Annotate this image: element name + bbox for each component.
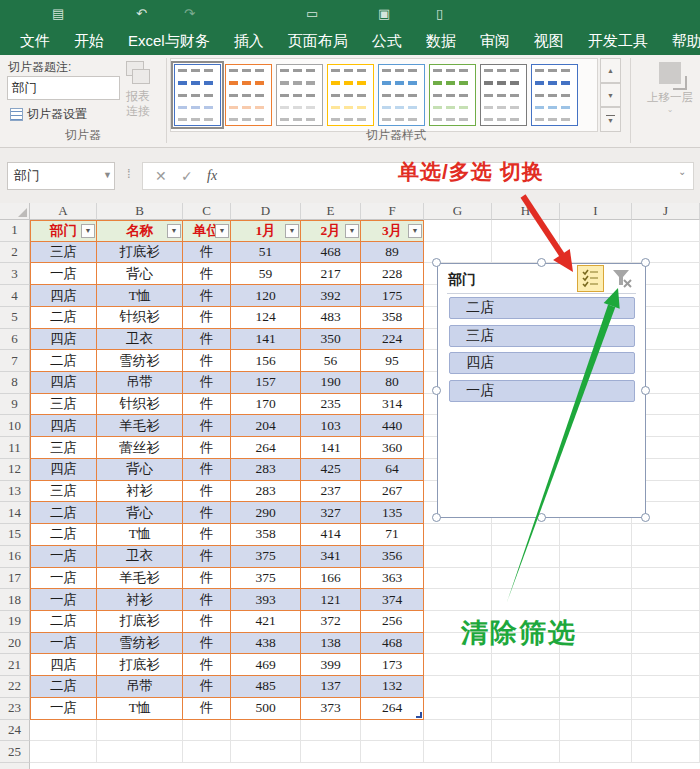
table-cell[interactable]: 三店 [30, 394, 97, 416]
column-header-E[interactable]: E [301, 203, 361, 220]
gallery-scroll-up-button[interactable]: ▲ [600, 58, 621, 83]
cell[interactable] [301, 720, 361, 742]
cell[interactable] [632, 589, 700, 611]
table-cell[interactable]: 95 [361, 350, 424, 372]
table-cell[interactable]: 四店 [30, 372, 97, 394]
cell[interactable] [492, 546, 560, 568]
row-header-21[interactable]: 21 [0, 654, 30, 676]
table-cell[interactable]: 一店 [30, 589, 97, 611]
table-cell[interactable]: 雪纺衫 [97, 350, 183, 372]
table-cell[interactable]: 件 [183, 633, 231, 655]
row-header-1[interactable]: 1 [0, 220, 30, 242]
cell[interactable] [632, 546, 700, 568]
cell[interactable] [492, 698, 560, 720]
ribbon-tab[interactable]: 审阅 [468, 27, 522, 55]
filter-dropdown-icon[interactable]: ▼ [215, 224, 229, 238]
cell[interactable] [632, 568, 700, 590]
table-cell[interactable]: 件 [183, 654, 231, 676]
document-icon[interactable]: ▯ [436, 0, 443, 27]
table-cell[interactable]: 341 [301, 546, 361, 568]
table-cell[interactable]: 针织衫 [97, 394, 183, 416]
table-cell[interactable]: 吊带 [97, 676, 183, 698]
table-cell[interactable]: 393 [231, 589, 301, 611]
table-cell[interactable]: 一店 [30, 568, 97, 590]
slicer-style-blue-selected[interactable] [174, 64, 221, 126]
table-cell[interactable]: 358 [361, 307, 424, 329]
table-cell[interactable]: 三店 [30, 242, 97, 264]
table-cell[interactable]: 267 [361, 481, 424, 503]
cell[interactable] [632, 698, 700, 720]
insert-function-icon[interactable]: fx [207, 163, 217, 189]
slicer-item-一店[interactable]: 一店 [449, 380, 635, 402]
cell[interactable] [492, 220, 560, 242]
table-cell[interactable]: 59 [231, 263, 301, 285]
resize-handle[interactable] [432, 513, 441, 522]
table-cell[interactable]: 170 [231, 394, 301, 416]
table-cell[interactable]: 121 [301, 589, 361, 611]
cell[interactable] [301, 741, 361, 763]
row-header-12[interactable]: 12 [0, 459, 30, 481]
table-cell[interactable]: 件 [183, 372, 231, 394]
table-cell[interactable]: 375 [231, 546, 301, 568]
table-cell[interactable]: 363 [361, 568, 424, 590]
table-cell[interactable]: 80 [361, 372, 424, 394]
table-cell[interactable]: 237 [301, 481, 361, 503]
table-cell[interactable]: 件 [183, 263, 231, 285]
table-cell[interactable]: 217 [301, 263, 361, 285]
cell[interactable] [424, 698, 492, 720]
table-cell[interactable]: 358 [231, 524, 301, 546]
table-cell[interactable]: 背心 [97, 263, 183, 285]
row-header-4[interactable]: 4 [0, 285, 30, 307]
table-cell[interactable]: 356 [361, 546, 424, 568]
table-cell[interactable]: 166 [301, 568, 361, 590]
cell[interactable] [424, 220, 492, 242]
table-cell[interactable]: 二店 [30, 350, 97, 372]
cell[interactable] [424, 546, 492, 568]
ribbon-tab[interactable]: 文件 [8, 27, 62, 55]
row-header-26[interactable] [0, 763, 30, 769]
row-header-23[interactable]: 23 [0, 698, 30, 720]
row-header-9[interactable]: 9 [0, 394, 30, 416]
formula-bar-expand-icon[interactable]: ⌄ [678, 166, 686, 177]
ribbon-tab[interactable]: 数据 [414, 27, 468, 55]
column-header-F[interactable]: F [361, 203, 424, 220]
table-cell[interactable]: 327 [301, 502, 361, 524]
table-cell[interactable]: 314 [361, 394, 424, 416]
slicer-style-yellow[interactable] [327, 64, 374, 126]
slicer-item-三店[interactable]: 三店 [449, 325, 635, 347]
table-cell[interactable]: T恤 [97, 698, 183, 720]
table-cell[interactable]: 256 [361, 611, 424, 633]
table-cell[interactable]: 衬衫 [97, 589, 183, 611]
table-cell[interactable]: 件 [183, 394, 231, 416]
cell[interactable] [97, 720, 183, 742]
table-cell[interactable]: 483 [301, 307, 361, 329]
table-cell[interactable]: 件 [183, 611, 231, 633]
table-cell[interactable]: 141 [231, 329, 301, 351]
table-cell[interactable]: 135 [361, 502, 424, 524]
table-cell[interactable]: 132 [361, 676, 424, 698]
column-header-G[interactable]: G [424, 203, 492, 220]
cell[interactable] [424, 654, 492, 676]
cell[interactable] [492, 676, 560, 698]
table-cell[interactable]: 392 [301, 285, 361, 307]
row-header-18[interactable]: 18 [0, 589, 30, 611]
cell[interactable] [632, 720, 700, 742]
cell[interactable] [560, 654, 632, 676]
cell[interactable] [361, 741, 424, 763]
cell[interactable] [492, 242, 560, 264]
slicer-style-dark-gray[interactable] [480, 64, 527, 126]
table-cell[interactable]: 235 [301, 394, 361, 416]
table-cell[interactable]: 件 [183, 589, 231, 611]
slicer-item-二店[interactable]: 二店 [449, 297, 635, 319]
slicer-department[interactable]: 部门 二店三店四店一店 [437, 263, 646, 518]
table-cell[interactable]: 三店 [30, 481, 97, 503]
table-cell[interactable]: 二店 [30, 676, 97, 698]
table-cell[interactable]: 71 [361, 524, 424, 546]
table-cell[interactable]: T恤 [97, 285, 183, 307]
ribbon-tab[interactable]: 视图 [522, 27, 576, 55]
table-header-cell[interactable]: 2月▼ [301, 220, 361, 242]
cell[interactable] [560, 676, 632, 698]
slicer-style-gray[interactable] [276, 64, 323, 126]
row-header-25[interactable]: 25 [0, 741, 30, 763]
table-cell[interactable]: 件 [183, 350, 231, 372]
